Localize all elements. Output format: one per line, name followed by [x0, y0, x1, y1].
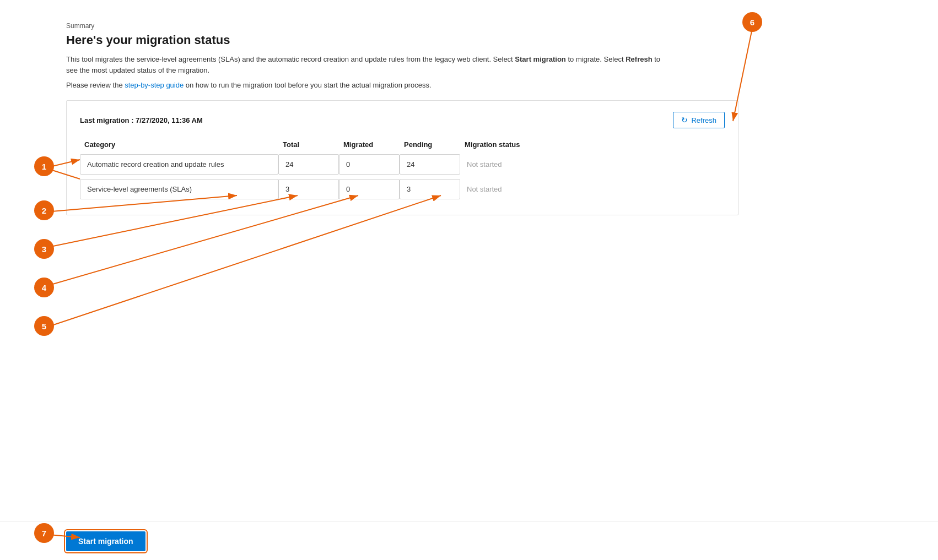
last-migration-label: Last migration : 7/27/2020, 11:36 AM [80, 116, 203, 124]
annotation-5: 5 [34, 316, 54, 336]
summary-label: Summary [66, 22, 738, 30]
col-header-status: Migration status [460, 137, 570, 152]
table-row: Service-level agreements (SLAs) 3 0 3 No… [80, 179, 725, 199]
desc-bold-start-migration: Start migration [515, 55, 565, 63]
total-cell-1: 3 [278, 179, 339, 199]
annotation-3: 3 [34, 239, 54, 259]
annotation-1: 1 [34, 156, 54, 176]
status-cell-1: Not started [460, 180, 570, 199]
main-content: Summary Here's your migration status Thi… [0, 0, 772, 237]
category-cell-1: Service-level agreements (SLAs) [80, 179, 278, 199]
annotation-7: 7 [34, 523, 54, 543]
desc-text-1: This tool migrates the service-level agr… [66, 55, 515, 63]
bottom-bar: Start migration [0, 521, 938, 560]
col-header-total: Total [278, 137, 339, 152]
migration-card: Last migration : 7/27/2020, 11:36 AM ↻ R… [66, 100, 738, 215]
annotation-2: 2 [34, 200, 54, 220]
page-wrapper: 1 2 3 4 5 6 7 Summary Here's your migrat… [0, 0, 938, 560]
page-title: Here's your migration status [66, 33, 738, 47]
desc-text-2: to migrate. Select [566, 55, 626, 63]
description: This tool migrates the service-level agr… [66, 54, 672, 75]
table-rows: Automatic record creation and update rul… [80, 154, 725, 199]
col-header-category: Category [80, 137, 278, 152]
migration-table: Category Total Migrated Pending Migratio… [80, 137, 725, 199]
table-header: Category Total Migrated Pending Migratio… [80, 137, 725, 152]
status-cell-0: Not started [460, 155, 570, 174]
step-by-step-guide-link[interactable]: step-by-step guide [125, 81, 184, 89]
pending-cell-0: 24 [400, 154, 460, 175]
annotation-4: 4 [34, 278, 54, 297]
start-migration-button[interactable]: Start migration [66, 531, 145, 551]
total-cell-0: 24 [278, 154, 339, 175]
guide-prefix: Please review the [66, 81, 125, 89]
guide-suffix: on how to run the migration tool before … [184, 81, 431, 89]
guide-line: Please review the step-by-step guide on … [66, 81, 738, 89]
col-header-pending: Pending [400, 137, 460, 152]
card-header-row: Last migration : 7/27/2020, 11:36 AM ↻ R… [80, 112, 725, 128]
migrated-cell-0: 0 [339, 154, 400, 175]
desc-bold-refresh: Refresh [626, 55, 652, 63]
refresh-icon: ↻ [681, 116, 688, 124]
col-header-migrated: Migrated [339, 137, 400, 152]
refresh-button-label: Refresh [691, 116, 716, 124]
table-row: Automatic record creation and update rul… [80, 154, 725, 175]
migrated-cell-1: 0 [339, 179, 400, 199]
category-cell-0: Automatic record creation and update rul… [80, 154, 278, 175]
annotation-6: 6 [742, 12, 762, 32]
refresh-button[interactable]: ↻ Refresh [673, 112, 725, 128]
pending-cell-1: 3 [400, 179, 460, 199]
